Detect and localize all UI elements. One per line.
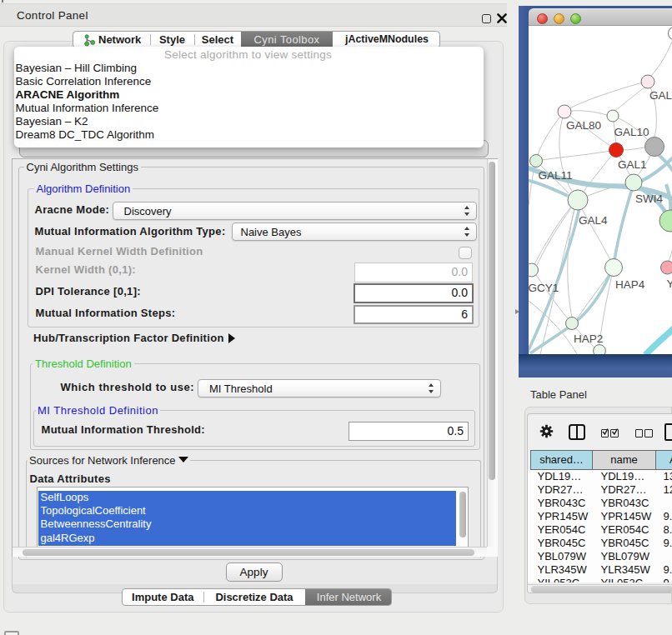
svg-text:GAL: GAL — [649, 89, 672, 102]
svg-text:GAL11: GAL11 — [539, 169, 573, 182]
svg-text:GAL1: GAL1 — [618, 158, 647, 171]
svg-text:GCY1: GCY1 — [529, 282, 559, 294]
svg-text:HAP4: HAP4 — [615, 278, 645, 291]
svg-text:GAL80: GAL80 — [566, 119, 601, 132]
svg-text:HAP2: HAP2 — [574, 332, 603, 345]
svg-text:SWI4: SWI4 — [635, 192, 663, 205]
svg-text:Y: Y — [667, 278, 672, 290]
svg-text:GAL4: GAL4 — [579, 214, 608, 227]
svg-text:GAL10: GAL10 — [614, 126, 649, 138]
